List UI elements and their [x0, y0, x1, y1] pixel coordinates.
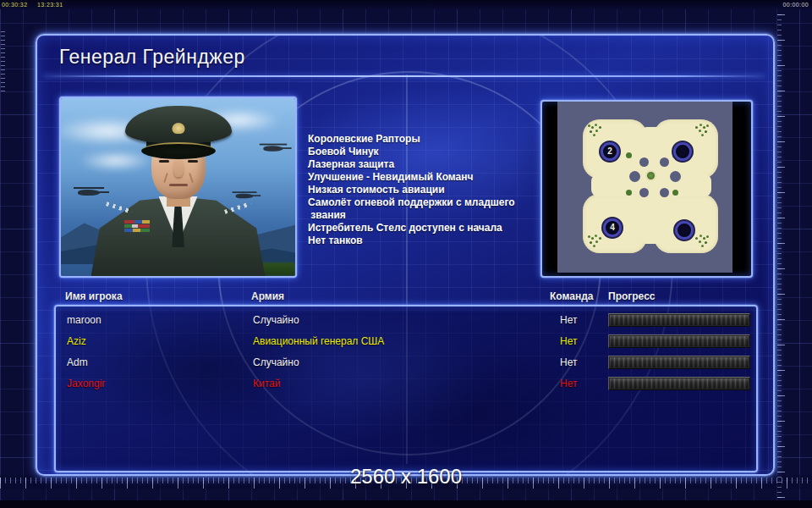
- trees-cluster: [706, 124, 709, 127]
- loading-screen-panel: Генерал Грейнджер: [36, 34, 775, 476]
- ability-line: Истребитель Стелс доступен с начала: [308, 222, 562, 235]
- cap-visor: [141, 142, 216, 159]
- page-title: Генерал Грейнджер: [59, 46, 245, 69]
- trees-cluster: [588, 124, 590, 127]
- trees-cluster: [706, 235, 709, 238]
- minimap-terrain: 2 4: [557, 102, 732, 273]
- ability-line: Низкая стоимость авиации: [308, 184, 562, 196]
- timer-right: 00:00:00: [783, 2, 809, 8]
- column-header-army: Армия: [251, 290, 284, 302]
- status-bar: 00:30:32 13:23:31 00:00:00: [0, 0, 812, 9]
- column-header-player: Имя игрока: [65, 290, 123, 302]
- player-army: Случайно: [253, 356, 299, 368]
- service-ribbons: [124, 220, 150, 232]
- player-row: Adm Случайно Нет: [56, 352, 756, 373]
- column-header-progress: Прогресс: [608, 290, 655, 302]
- player-team: Нет: [560, 378, 577, 389]
- trees-cluster: [588, 235, 590, 238]
- player-row: Aziz Авиационный генерал США Нет: [56, 331, 756, 352]
- map-preview: 2 4: [540, 100, 753, 278]
- player-name: Aziz: [67, 335, 86, 347]
- spawn-point: [675, 221, 694, 240]
- bottom-black-strip: [0, 500, 812, 508]
- map-center-oasis: [647, 172, 655, 179]
- ability-line: Королевские Рапторы: [308, 133, 562, 146]
- general-abilities-list: Королевские Рапторы Боевой Чинук Лазерна…: [308, 133, 562, 247]
- ability-line: Самолёт огневой поддержки с младшего: [308, 196, 562, 209]
- elapsed-time: 00:30:32: [2, 2, 27, 8]
- clock-time: 13:23:31: [37, 2, 63, 8]
- resolution-label: 2560 x 1600: [0, 465, 812, 489]
- player-name: Jaxongir: [67, 378, 105, 389]
- ability-line: Лазерная защита: [308, 158, 562, 171]
- player-name: Adm: [67, 356, 88, 368]
- ability-line: Улучшение - Невидимый Команч: [308, 171, 562, 184]
- title-divider: [44, 75, 765, 77]
- player-name: maroon: [67, 314, 102, 326]
- eye: [188, 160, 198, 163]
- player-row: Jaxongir Китай Нет: [56, 373, 756, 395]
- load-progress-bar: [608, 377, 750, 390]
- player-team: Нет: [560, 356, 577, 368]
- column-header-team: Команда: [550, 290, 593, 302]
- mouth: [169, 184, 188, 186]
- player-army: Авиационный генерал США: [253, 335, 384, 347]
- spawn-point-2: 2: [601, 142, 619, 161]
- load-progress-bar: [608, 356, 750, 369]
- spawn-point: [673, 142, 692, 161]
- left-tick-ruler: [1, 29, 7, 91]
- player-team: Нет: [560, 335, 577, 347]
- epaulet-stars: [106, 202, 133, 214]
- general-figure: [85, 102, 272, 276]
- load-progress-bar: [608, 313, 750, 327]
- ability-line: Нет танков: [308, 235, 562, 247]
- cap-eagle-emblem: [172, 123, 184, 134]
- players-table: maroon Случайно Нет Aziz Авиационный ген…: [54, 305, 758, 472]
- player-army: Китай: [253, 378, 280, 389]
- load-progress-bar: [608, 334, 750, 348]
- nose: [173, 158, 184, 177]
- ability-line: звания: [308, 209, 562, 222]
- spawn-point-4: 4: [603, 218, 622, 237]
- general-portrait: [59, 97, 297, 278]
- right-tick-ruler: [777, 12, 787, 498]
- epaulet-stars: [224, 202, 251, 214]
- eye: [159, 160, 169, 163]
- player-row: maroon Случайно Нет: [56, 310, 756, 331]
- player-team: Нет: [560, 314, 577, 326]
- ability-line: Боевой Чинук: [308, 146, 562, 158]
- player-army: Случайно: [253, 314, 299, 326]
